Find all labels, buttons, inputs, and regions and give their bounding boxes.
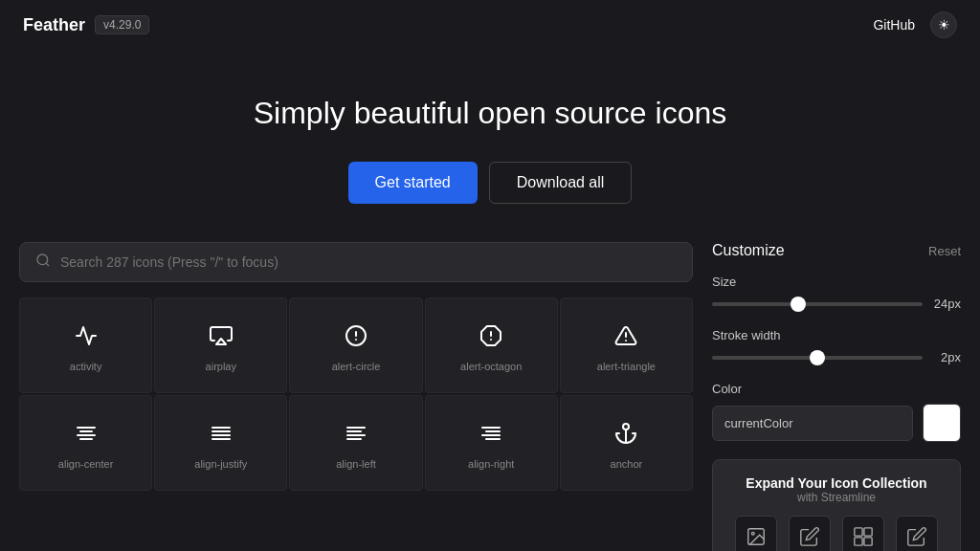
search-icon: [35, 253, 51, 272]
svg-marker-2: [216, 339, 226, 344]
stroke-slider-row: 2px: [712, 350, 961, 364]
icon-cell-align-left[interactable]: align-left: [289, 395, 422, 491]
icon-cell-align-right[interactable]: align-right: [425, 395, 558, 491]
icon-cell-anchor[interactable]: anchor: [560, 395, 693, 491]
stroke-label: Stroke width: [712, 328, 961, 342]
size-slider-row: 24px: [712, 297, 961, 311]
size-value: 24px: [932, 297, 961, 311]
theme-toggle-button[interactable]: ☀: [930, 11, 957, 38]
svg-point-30: [751, 532, 754, 535]
github-link[interactable]: GitHub: [873, 17, 915, 33]
search-bar: [19, 242, 693, 282]
promo-subtitle: with Streamline: [728, 491, 945, 504]
hero-title: Simply beautiful open source icons: [23, 96, 957, 131]
size-row: Size 24px: [712, 275, 961, 311]
icon-label: align-center: [58, 458, 113, 470]
icon-cell-align-center[interactable]: align-center: [19, 395, 152, 491]
icon-grid: activity airplay alert-circle: [19, 298, 693, 491]
header-right: GitHub ☀: [873, 11, 957, 38]
promo-icons: [728, 516, 945, 551]
icon-label: activity: [70, 361, 102, 372]
hero-section: Simply beautiful open source icons Get s…: [0, 50, 980, 242]
icon-label: align-justify: [194, 458, 247, 470]
promo-title: Expand Your Icon Collection: [728, 475, 945, 491]
icon-cell-activity[interactable]: activity: [19, 298, 152, 393]
hero-buttons: Get started Download all: [23, 162, 957, 204]
content-area: activity airplay alert-circle: [0, 242, 980, 551]
customize-header: Customize Reset: [712, 242, 961, 259]
svg-rect-31: [855, 528, 862, 536]
svg-rect-34: [864, 538, 872, 545]
color-label: Color: [712, 382, 961, 396]
header: Feather v4.29.0 GitHub ☀: [0, 0, 980, 50]
icon-label: alert-triangle: [597, 361, 656, 372]
sun-icon: ☀: [938, 17, 950, 33]
icon-cell-alert-octagon[interactable]: alert-octagon: [425, 298, 558, 393]
color-swatch[interactable]: [923, 404, 961, 442]
app-logo: Feather: [23, 15, 85, 35]
icon-label: airplay: [206, 361, 236, 372]
icons-panel: activity airplay alert-circle: [19, 242, 693, 551]
promo-icon-3[interactable]: [842, 516, 884, 551]
svg-rect-33: [855, 538, 862, 545]
svg-rect-32: [864, 528, 872, 536]
download-all-button[interactable]: Download all: [489, 162, 633, 204]
icon-label: align-right: [468, 458, 514, 470]
size-label: Size: [712, 275, 961, 289]
icon-cell-alert-circle[interactable]: alert-circle: [289, 298, 422, 393]
icon-label: align-left: [336, 458, 376, 470]
promo-icon-1[interactable]: [735, 516, 777, 551]
color-input-row: [712, 404, 961, 442]
icon-cell-align-justify[interactable]: align-justify: [154, 395, 287, 491]
icon-label: anchor: [611, 458, 643, 470]
stroke-row: Stroke width 2px: [712, 328, 961, 364]
promo-icon-4[interactable]: [896, 516, 938, 551]
icon-label: alert-octagon: [460, 361, 522, 372]
reset-button[interactable]: Reset: [928, 244, 961, 258]
color-row: Color: [712, 382, 961, 442]
promo-card: Expand Your Icon Collection with Streaml…: [712, 459, 961, 551]
get-started-button[interactable]: Get started: [348, 162, 478, 204]
icon-label: alert-circle: [332, 361, 381, 372]
svg-line-1: [46, 263, 49, 266]
version-badge: v4.29.0: [95, 15, 149, 34]
header-left: Feather v4.29.0: [23, 15, 149, 35]
size-slider[interactable]: [712, 302, 923, 306]
icon-cell-alert-triangle[interactable]: alert-triangle: [560, 298, 693, 393]
promo-icon-2[interactable]: [789, 516, 831, 551]
color-input[interactable]: [712, 406, 913, 441]
customize-panel: Customize Reset Size 24px Stroke width 2…: [712, 242, 961, 551]
stroke-slider[interactable]: [712, 356, 923, 360]
stroke-value: 2px: [932, 350, 961, 364]
search-input[interactable]: [60, 254, 677, 270]
customize-title: Customize: [712, 242, 785, 259]
svg-point-0: [37, 254, 48, 265]
icon-cell-airplay[interactable]: airplay: [154, 298, 287, 393]
